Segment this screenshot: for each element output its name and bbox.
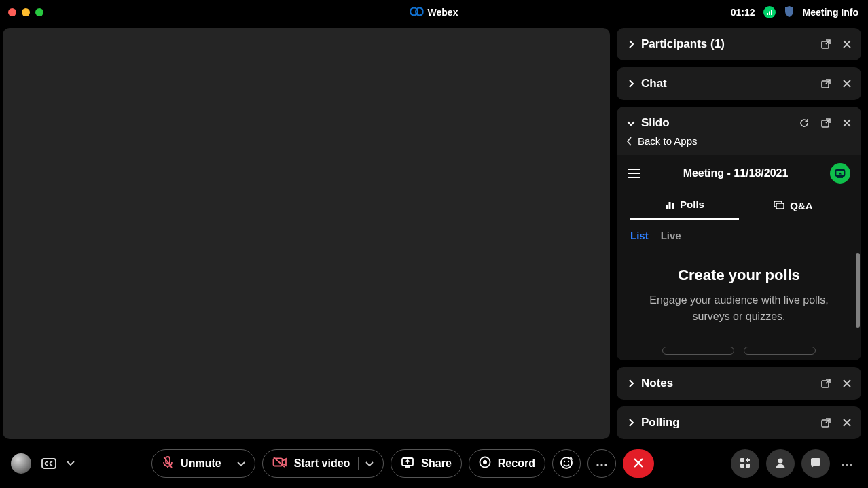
person-icon (774, 457, 786, 471)
svg-point-22 (561, 457, 572, 468)
window-minimize-button[interactable] (22, 8, 30, 16)
reactions-button[interactable] (552, 449, 581, 478)
close-icon[interactable] (842, 418, 852, 428)
start-video-label: Start video (294, 457, 350, 470)
close-icon (633, 457, 644, 470)
polls-empty-state: Create your polls Engage your audience w… (617, 251, 861, 340)
svg-point-34 (850, 464, 852, 466)
start-video-button[interactable]: Start video (262, 449, 384, 478)
ellipsis-icon (841, 457, 853, 470)
network-status-icon[interactable] (763, 6, 776, 18)
hamburger-menu-icon[interactable] (628, 168, 641, 179)
polling-title: Polling (641, 416, 820, 430)
chat-panel: Chat (617, 67, 861, 100)
svg-point-25 (596, 464, 598, 466)
participants-panel: Participants (1) (617, 28, 861, 60)
captions-icon[interactable] (41, 457, 57, 470)
record-label: Record (498, 457, 535, 470)
subtab-list[interactable]: List (630, 230, 649, 241)
svg-point-26 (600, 464, 602, 466)
window-controls (0, 8, 43, 16)
slido-title: Slido (641, 116, 799, 130)
popout-icon[interactable] (820, 118, 831, 128)
present-icon[interactable] (830, 163, 850, 184)
tab-qa[interactable]: Q&A (739, 192, 848, 220)
tab-qa-label: Q&A (790, 200, 812, 211)
svg-point-21 (483, 460, 487, 464)
popout-icon[interactable] (820, 39, 831, 50)
chevron-down-icon[interactable] (626, 118, 636, 128)
chevron-down-icon[interactable] (237, 457, 245, 470)
notes-panel: Notes (617, 367, 861, 400)
apps-button[interactable] (731, 449, 759, 478)
meeting-timer: 01:12 (731, 7, 755, 18)
bar-chart-icon (665, 200, 674, 209)
poll-template-button[interactable] (662, 347, 734, 355)
share-screen-icon (401, 456, 414, 471)
side-panel-stack: Participants (1) Chat Slid (617, 28, 861, 439)
refresh-icon[interactable] (799, 118, 810, 128)
close-icon[interactable] (842, 118, 852, 128)
back-to-apps-button[interactable]: Back to Apps (617, 135, 861, 155)
apps-grid-icon (739, 457, 751, 471)
svg-rect-11 (672, 203, 674, 209)
qa-icon (774, 201, 784, 210)
svg-point-27 (604, 464, 607, 466)
shield-icon[interactable] (784, 5, 795, 20)
tab-polls[interactable]: Polls (630, 192, 739, 220)
end-call-button[interactable] (623, 449, 654, 478)
webex-logo-icon (410, 7, 424, 18)
chat-button[interactable] (801, 449, 830, 478)
poll-template-buttons (617, 340, 861, 355)
window-close-button[interactable] (8, 8, 16, 16)
close-icon[interactable] (842, 379, 852, 388)
chevron-right-icon[interactable] (626, 39, 636, 49)
more-options-button[interactable] (587, 449, 616, 478)
chat-title: Chat (641, 77, 820, 90)
titlebar-right: 01:12 Meeting Info (731, 5, 868, 20)
smile-icon (560, 456, 573, 472)
window-maximize-button[interactable] (35, 8, 43, 16)
close-icon[interactable] (842, 79, 852, 88)
toolbar-left (11, 453, 75, 474)
chevron-right-icon[interactable] (626, 79, 636, 88)
mic-muted-icon (162, 455, 174, 472)
subtab-live[interactable]: Live (661, 230, 681, 241)
record-icon (479, 456, 491, 471)
slido-tabs: Polls Q&A (617, 192, 861, 220)
svg-point-24 (568, 460, 569, 461)
participants-title: Participants (1) (641, 37, 820, 51)
svg-rect-29 (746, 464, 750, 468)
participants-button[interactable] (766, 449, 795, 478)
titlebar: Webex 01:12 Meeting Info (0, 0, 868, 24)
scrollbar-thumb[interactable] (856, 253, 860, 328)
meeting-info-button[interactable]: Meeting Info (803, 7, 858, 18)
back-to-apps-label: Back to Apps (638, 135, 698, 147)
svg-rect-2 (767, 13, 768, 15)
popout-icon[interactable] (820, 378, 831, 389)
chevron-right-icon[interactable] (626, 379, 636, 388)
svg-rect-16 (42, 459, 56, 468)
svg-rect-10 (669, 202, 671, 209)
record-button[interactable]: Record (469, 449, 545, 478)
meeting-toolbar: Unmute Start video Share Record (0, 439, 868, 488)
chevron-right-icon[interactable] (626, 418, 636, 428)
tab-polls-label: Polls (680, 198, 704, 210)
chevron-down-icon[interactable] (365, 457, 374, 470)
svg-rect-9 (666, 205, 668, 209)
svg-rect-30 (740, 464, 744, 468)
share-label: Share (421, 457, 451, 470)
unmute-button[interactable]: Unmute (151, 449, 255, 478)
svg-rect-4 (771, 10, 772, 15)
svg-point-33 (846, 464, 848, 466)
chat-bubble-icon (810, 457, 822, 471)
more-panels-button[interactable] (837, 457, 857, 470)
svg-point-32 (842, 464, 844, 466)
poll-template-button[interactable] (744, 347, 816, 355)
chevron-down-icon[interactable] (67, 461, 75, 466)
popout-icon[interactable] (820, 78, 831, 89)
popout-icon[interactable] (820, 417, 831, 428)
avatar[interactable] (11, 453, 31, 474)
share-button[interactable]: Share (391, 449, 461, 478)
close-icon[interactable] (842, 39, 852, 49)
